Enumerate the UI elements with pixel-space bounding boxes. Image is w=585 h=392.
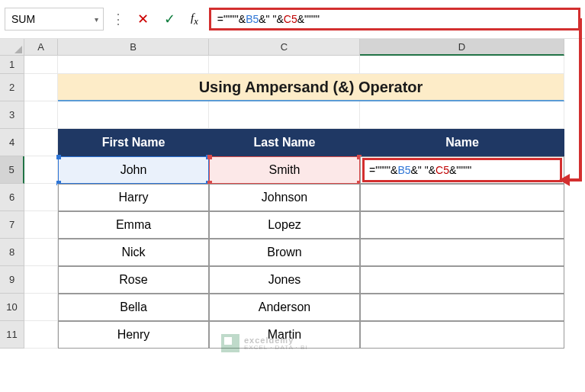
cell[interactable] <box>24 266 58 294</box>
title-cell[interactable]: Using Ampersand (&) Operator <box>58 74 564 101</box>
cell[interactable] <box>360 101 564 129</box>
cell[interactable] <box>360 56 564 74</box>
name-box[interactable]: SUM ▾ <box>5 8 104 31</box>
callout-connector <box>579 18 582 178</box>
cell[interactable] <box>24 129 58 156</box>
formula-token: &"""" <box>449 164 471 176</box>
divider-icon: ⋮ <box>110 11 127 27</box>
cell[interactable] <box>209 56 360 74</box>
callout-connector <box>568 178 582 182</box>
cell[interactable] <box>24 294 58 321</box>
formula-token-ref-b5: B5 <box>246 13 259 25</box>
formula-token: &" "& <box>259 13 284 25</box>
formula-token: =""""& <box>369 164 397 176</box>
selection-handle[interactable] <box>207 155 212 159</box>
name-box-value: SUM <box>11 13 35 25</box>
formula-token-ref-b5: B5 <box>397 164 410 176</box>
row-header-4[interactable]: 4 <box>0 129 24 156</box>
table-header-last[interactable]: Last Name <box>209 129 360 156</box>
callout-arrow-icon <box>559 174 570 186</box>
cell[interactable] <box>24 56 58 74</box>
cancel-icon[interactable]: ✕ <box>133 11 153 27</box>
table-cell[interactable]: Harry <box>58 184 209 211</box>
enter-icon[interactable]: ✓ <box>159 11 180 27</box>
row-header-7[interactable]: 7 <box>0 211 24 239</box>
table-cell[interactable] <box>360 211 564 239</box>
formula-token-ref-c5: C5 <box>436 164 449 176</box>
table-cell[interactable] <box>360 239 564 266</box>
cell-c5[interactable]: Smith <box>209 156 360 184</box>
col-header-c[interactable]: C <box>209 39 360 56</box>
cell[interactable] <box>24 184 58 211</box>
selection-handle[interactable] <box>56 155 61 159</box>
table-cell[interactable] <box>360 184 564 211</box>
table-cell[interactable]: Johnson <box>209 184 360 211</box>
table-cell[interactable]: Nick <box>58 239 209 266</box>
row-header-1[interactable]: 1 <box>0 56 24 74</box>
chevron-down-icon[interactable]: ▾ <box>95 15 98 24</box>
row-header-8[interactable]: 8 <box>0 239 24 266</box>
active-cell-formula[interactable]: =""""&B5&" "&C5&"""" <box>362 158 562 182</box>
table-cell[interactable]: Rose <box>58 266 209 294</box>
table-cell[interactable] <box>360 321 564 349</box>
table-cell[interactable]: Brown <box>209 239 360 266</box>
row-header-9[interactable]: 9 <box>0 266 24 294</box>
cell[interactable] <box>24 211 58 239</box>
table-cell[interactable] <box>360 266 564 294</box>
table-cell[interactable]: Anderson <box>209 294 360 321</box>
page-title: Using Ampersand (&) Operator <box>199 79 423 96</box>
row-header-5[interactable]: 5 <box>0 156 24 184</box>
select-all-button[interactable] <box>0 39 24 56</box>
table-cell[interactable] <box>360 294 564 321</box>
table-header-first[interactable]: First Name <box>58 129 209 156</box>
cell[interactable] <box>58 56 209 74</box>
row-header-3[interactable]: 3 <box>0 101 24 129</box>
table-cell[interactable]: Lopez <box>209 211 360 239</box>
cell[interactable] <box>58 101 209 129</box>
cell[interactable] <box>24 101 58 129</box>
col-header-a[interactable]: A <box>24 39 58 56</box>
formula-token: =""""& <box>217 13 246 25</box>
cell[interactable] <box>24 239 58 266</box>
col-header-d[interactable]: D <box>360 39 564 56</box>
row-header-11[interactable]: 11 <box>0 321 24 349</box>
table-cell[interactable]: Bella <box>58 294 209 321</box>
row-header-6[interactable]: 6 <box>0 184 24 211</box>
col-header-b[interactable]: B <box>58 39 209 56</box>
fx-icon[interactable]: fx <box>186 11 203 27</box>
table-cell[interactable]: Jones <box>209 266 360 294</box>
cell-value: John <box>121 163 147 177</box>
row-header-10[interactable]: 10 <box>0 294 24 321</box>
table-cell[interactable]: Emma <box>58 211 209 239</box>
formula-token: &" "& <box>411 164 436 176</box>
cell-value: Smith <box>269 163 301 177</box>
cell-d5[interactable]: =""""&B5&" "&C5&"""" <box>360 156 564 184</box>
cell[interactable] <box>24 156 58 184</box>
formula-token: &"""" <box>297 13 320 25</box>
table-header-name[interactable]: Name <box>360 129 564 156</box>
table-cell[interactable]: Henry <box>58 321 209 349</box>
row-header-2[interactable]: 2 <box>0 74 24 101</box>
cell[interactable] <box>209 101 360 129</box>
cell-b5[interactable]: John <box>58 156 209 184</box>
cell[interactable] <box>24 321 58 349</box>
cell[interactable] <box>24 74 58 101</box>
table-cell[interactable]: Martin <box>209 321 360 349</box>
formula-bar[interactable]: =""""&B5&" "&C5&"""" <box>209 8 580 31</box>
formula-token-ref-c5: C5 <box>284 13 297 25</box>
